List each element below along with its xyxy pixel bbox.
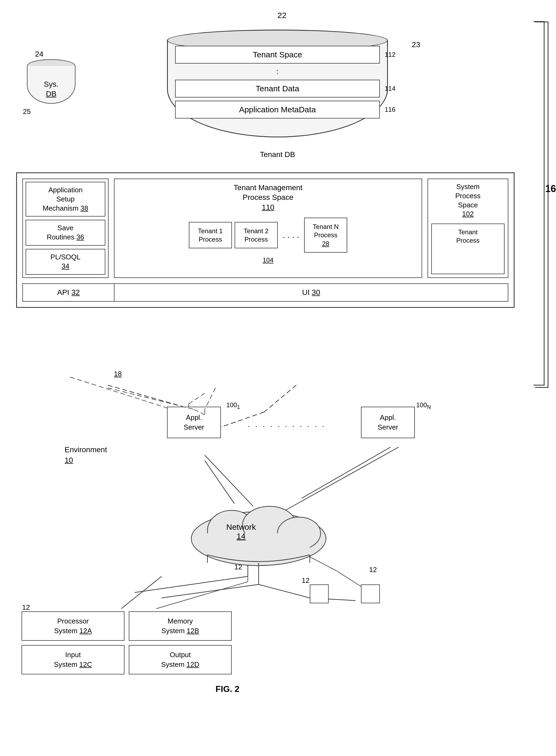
api-ref: 32: [71, 288, 80, 296]
server-box-inner: ApplicationSetupMechanism 38 SaveRoutine…: [22, 179, 508, 278]
app-metadata-row: Application MetaData 116: [175, 101, 380, 118]
tenant-data-row: Tenant Data 114: [175, 80, 380, 98]
ref-12-client: 12: [22, 603, 30, 612]
cylinder-inner: Tenant Space 112 : Tenant Data 114 Appli…: [175, 46, 380, 118]
appl-server-n: Appl.Server: [361, 407, 415, 438]
tenantn-ref: 28: [322, 240, 329, 247]
input-ref: 12C: [79, 660, 92, 669]
appl-server-1-ref: 1001: [226, 401, 240, 410]
tenant-db-ref23: 23: [412, 40, 420, 49]
tenant-mgmt-ref: 110: [262, 203, 275, 211]
tenant-proc-dots: . . . .: [280, 230, 302, 240]
save-routines: SaveRoutines 36: [26, 220, 105, 246]
env-ref: 10: [65, 456, 73, 464]
ui-section: UI 30: [114, 284, 508, 301]
tenant-data-label: Tenant Data: [256, 84, 299, 93]
appl-server-dots: . . . . . . . . . . .: [248, 420, 326, 429]
network-cloud: Network14: [183, 496, 334, 572]
tenant-db-cylinder: Tenant Space 112 : Tenant Data 114 Appli…: [167, 30, 388, 145]
pl-soql: PL/SOQL34: [26, 249, 105, 275]
environment-label: Environment10: [65, 444, 107, 465]
tenant1-process: Tenant 1Process: [189, 222, 232, 248]
ref-16-label: 16: [545, 183, 556, 194]
tenant-space-ref: 112: [385, 51, 395, 59]
svg-rect-23: [207, 533, 310, 555]
appl-server-1: Appl.Server: [167, 407, 221, 438]
tenant-space-row: Tenant Space 112: [175, 46, 380, 64]
svg-line-7: [135, 576, 248, 592]
api-ui-bar: API 32 UI 30: [22, 283, 508, 302]
memory-ref: 12B: [187, 627, 199, 635]
tenant-space-label: Tenant Space: [253, 50, 302, 59]
network-ref: 14: [237, 532, 245, 541]
system-process-ref: 102: [462, 210, 474, 218]
processor-system: ProcessorSystem 12A: [22, 611, 125, 641]
tenant-db-dots: :: [175, 67, 380, 76]
svg-line-30: [258, 584, 310, 598]
network-label: Network14: [226, 523, 256, 541]
sys-db-ref-25: 25: [23, 107, 31, 116]
sys-db-ref-24: 24: [35, 50, 43, 59]
sys-db-text: Sys.DB: [28, 79, 75, 99]
ref-12-c: 12: [369, 566, 377, 574]
tenant-db-label: Tenant DB: [167, 150, 388, 159]
output-system: OutputSystem 12D: [129, 645, 232, 674]
ref-12-a: 12: [234, 563, 242, 571]
app-metadata-ref: 116: [385, 106, 395, 113]
diagram: 24 Sys.DB 25 22 23 Tenant Space 112: [0, 0, 556, 756]
client-grid: ProcessorSystem 12A MemorySystem 12B Inp…: [22, 611, 232, 674]
client-systems: ProcessorSystem 12A MemorySystem 12B Inp…: [22, 611, 232, 674]
svg-line-2: [264, 385, 296, 412]
app-setup-ref: 38: [80, 204, 89, 212]
ref-12-b: 12: [302, 576, 310, 585]
cloud-svg: [183, 496, 334, 571]
svg-line-17: [205, 388, 215, 409]
right-bracket-main: [535, 22, 549, 388]
tenant-processes: Tenant 1Process Tenant 2Process . . . . …: [118, 218, 418, 253]
svg-line-14: [188, 393, 205, 404]
tenant-db-ref22: 22: [277, 11, 286, 20]
memory-system: MemorySystem 12B: [129, 611, 232, 641]
svg-line-32: [121, 576, 162, 609]
tenant-mgmt-panel: Tenant ManagementProcess Space110 Tenant…: [114, 179, 422, 278]
tenant-mgmt-title: Tenant ManagementProcess Space110: [118, 183, 418, 212]
save-routines-ref: 36: [76, 233, 84, 241]
server-box: ApplicationSetupMechanism 38 SaveRoutine…: [16, 172, 515, 308]
processor-ref: 12A: [79, 627, 92, 635]
input-system: InputSystem 12C: [22, 645, 125, 674]
svg-line-29: [162, 584, 258, 598]
tenantn-process: Tenant NProcess28: [304, 218, 347, 253]
pl-soql-ref: 34: [62, 262, 69, 270]
svg-line-15: [108, 388, 194, 409]
api-section: API 32: [23, 284, 114, 301]
sys-db-cylinder-body: Sys.DB: [27, 66, 75, 104]
terminal-device-2: [361, 584, 380, 603]
fig-label: FIG. 2: [215, 684, 240, 694]
terminal-device-1: [310, 584, 328, 603]
svg-line-27: [302, 447, 391, 498]
sys-db-underline: DB: [46, 90, 57, 98]
system-process-panel: SystemProcessSpace102 TenantProcess: [427, 179, 508, 278]
app-metadata-label: Application MetaData: [239, 105, 316, 114]
tenant-data-ref: 114: [385, 85, 395, 93]
ref-104: 104: [118, 256, 418, 264]
system-tenant-process: TenantProcess: [431, 223, 505, 274]
ui-ref: 30: [312, 288, 320, 296]
sys-db: 24 Sys.DB 25: [27, 59, 81, 113]
ref-18: 18: [114, 370, 122, 378]
svg-line-9: [156, 582, 248, 609]
system-process-title: SystemProcessSpace102: [431, 182, 505, 219]
app-setup-mechanism: ApplicationSetupMechanism 38: [26, 182, 105, 217]
tenant2-process: Tenant 2Process: [235, 222, 278, 248]
left-panel: ApplicationSetupMechanism 38 SaveRoutine…: [22, 179, 109, 278]
output-ref: 12D: [186, 660, 199, 669]
appl-server-n-ref: 100N: [416, 401, 431, 410]
